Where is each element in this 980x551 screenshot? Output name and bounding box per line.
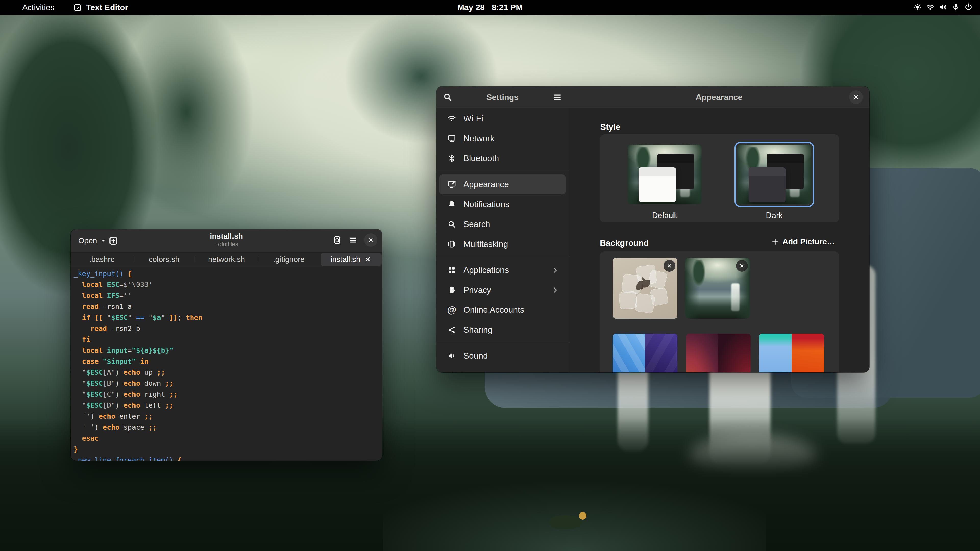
- wallpaper-dark-variant: [645, 333, 678, 372]
- volume-icon: [939, 3, 947, 11]
- status-microphone-button[interactable]: [951, 3, 960, 13]
- glass-tile: [619, 291, 638, 310]
- activities-button[interactable]: Activities: [22, 3, 54, 12]
- tab-separator: [258, 256, 258, 263]
- focused-app-label: Text Editor: [86, 3, 128, 12]
- sidebar-item-bluetooth[interactable]: Bluetooth: [439, 148, 566, 168]
- sidebar-item-multitasking[interactable]: Multitasking: [439, 234, 566, 254]
- status-brightness-button[interactable]: [913, 3, 922, 13]
- desktop: Activities Text Editor May 28 8:21 PM Op…: [0, 0, 980, 551]
- tab-separator: [133, 256, 133, 263]
- wallpaper-paint-drips[interactable]: [759, 333, 824, 372]
- code-line: "$ESC[B") echo down ;;: [74, 378, 382, 389]
- sidebar-item-network[interactable]: Network: [439, 129, 566, 148]
- status-wifi-button[interactable]: [926, 3, 935, 13]
- style-card: DefaultDark: [600, 135, 839, 222]
- wifi-icon: [926, 3, 935, 11]
- code-line: case "$input" in: [74, 356, 382, 367]
- wallpaper-dragon-tiles[interactable]: [613, 258, 677, 319]
- wallpaper-light-variant: [613, 333, 645, 372]
- status-volume-button[interactable]: [939, 3, 947, 13]
- close-icon: [853, 94, 859, 101]
- settings-sidebar-list: Wi-FiNetworkBluetoothAppearanceNotificat…: [436, 109, 569, 372]
- style-option-label: Dark: [766, 211, 783, 220]
- focused-app-menu[interactable]: Text Editor: [73, 3, 128, 12]
- document-search-button[interactable]: [332, 235, 342, 245]
- sidebar-item-privacy[interactable]: Privacy: [439, 280, 566, 300]
- add-picture-button[interactable]: Add Picture…: [771, 237, 835, 246]
- code-line: _key_input() {: [74, 268, 382, 279]
- panel-headerbar: Appearance: [569, 86, 870, 108]
- brightness-icon: [913, 3, 922, 11]
- system-status-area[interactable]: [913, 3, 973, 13]
- style-options: DefaultDark: [600, 135, 839, 222]
- settings-menu-button[interactable]: [552, 92, 563, 102]
- sidebar-item-sound[interactable]: Sound: [439, 346, 566, 366]
- editor-tab-bar: .bashrccolors.shnetwork.sh.gitignoreinst…: [71, 252, 382, 267]
- tab-label: .gitignore: [273, 255, 304, 264]
- tab-network-sh[interactable]: network.sh: [196, 253, 257, 266]
- editor-title-block: install.sh ~/dotfiles: [210, 232, 243, 248]
- sidebar-item-appearance[interactable]: Appearance: [439, 175, 566, 194]
- appearance-icon: [447, 180, 456, 189]
- sidebar-item-label: Wi-Fi: [463, 114, 559, 124]
- close-icon: [739, 263, 745, 269]
- sidebar-item-label: Network: [463, 134, 559, 143]
- wallpaper-turtle: [549, 515, 582, 529]
- sidebar-item-label: Multitasking: [463, 239, 559, 249]
- sidebar-item-applications[interactable]: Applications: [439, 260, 566, 280]
- applications-icon: [447, 265, 456, 275]
- tab-install-sh[interactable]: install.sh: [321, 253, 382, 266]
- clock-button[interactable]: May 28 8:21 PM: [457, 3, 523, 12]
- background-card: [600, 251, 839, 372]
- sidebar-item-wi-fi[interactable]: Wi-Fi: [439, 109, 566, 129]
- sidebar-item-notifications[interactable]: Notifications: [439, 194, 566, 214]
- appearance-panel: Appearance Style DefaultDark Background …: [569, 86, 870, 372]
- chevron-down-icon: [100, 237, 107, 245]
- notifications-icon: [447, 200, 456, 209]
- code-line: _new_line_foreach_item() {: [74, 454, 382, 461]
- code-line: local IFS='': [74, 290, 382, 301]
- tab-colors-sh[interactable]: colors.sh: [134, 253, 194, 266]
- microphone-icon: [951, 3, 960, 11]
- code-line: read -rsn2 b: [74, 323, 382, 334]
- sidebar-item-online-accounts[interactable]: @Online Accounts: [439, 300, 566, 320]
- sidebar-item-search[interactable]: Search: [439, 214, 566, 234]
- code-line: '') echo enter ;;: [74, 411, 382, 422]
- open-button[interactable]: Open: [76, 235, 109, 246]
- new-tab-button[interactable]: [108, 235, 119, 246]
- tab-close-icon[interactable]: [364, 256, 372, 263]
- wallpaper-blue-geometric[interactable]: [613, 333, 677, 372]
- style-option-default[interactable]: Default: [628, 144, 702, 220]
- thumb-front-window: [749, 167, 786, 202]
- status-power-button[interactable]: [964, 3, 973, 13]
- sidebar-headerbar: Settings: [436, 86, 569, 108]
- style-option-label: Default: [652, 211, 677, 220]
- code-line: local input="${a}${b}": [74, 345, 382, 356]
- tab-label: colors.sh: [149, 255, 180, 264]
- sidebar-separator: [436, 340, 569, 346]
- style-option-dark[interactable]: Dark: [737, 144, 811, 220]
- tab-bashrc[interactable]: .bashrc: [71, 253, 132, 266]
- code-editor-area[interactable]: _key_input() { local ESC=$'\033' local I…: [71, 267, 382, 461]
- sidebar-item-power[interactable]: Power: [439, 366, 566, 372]
- chevron-right-icon: [551, 266, 559, 274]
- wallpaper-red-waves[interactable]: [686, 333, 751, 372]
- sidebar-item-sharing[interactable]: Sharing: [439, 320, 566, 340]
- privacy-icon: [447, 286, 456, 295]
- code-line: "$ESC[C") echo right ;;: [74, 389, 382, 400]
- tab-gitignore[interactable]: .gitignore: [258, 253, 319, 266]
- editor-headerbar: Open install.sh ~/dotfiles: [71, 229, 382, 252]
- settings-close-button[interactable]: [849, 90, 863, 104]
- dragon-logo: [631, 273, 655, 293]
- editor-close-button[interactable]: [364, 233, 377, 247]
- remove-wallpaper-button[interactable]: [736, 260, 748, 272]
- remove-wallpaper-button[interactable]: [663, 260, 675, 272]
- open-button-label: Open: [78, 236, 97, 245]
- editor-menu-button[interactable]: [348, 235, 358, 245]
- sidebar-item-label: Sharing: [463, 325, 559, 335]
- wallpaper-forest-waterfall[interactable]: [685, 258, 750, 319]
- sound-icon: [447, 351, 456, 360]
- time-label: 8:21 PM: [492, 3, 523, 12]
- code-line: local ESC=$'\033': [74, 279, 382, 290]
